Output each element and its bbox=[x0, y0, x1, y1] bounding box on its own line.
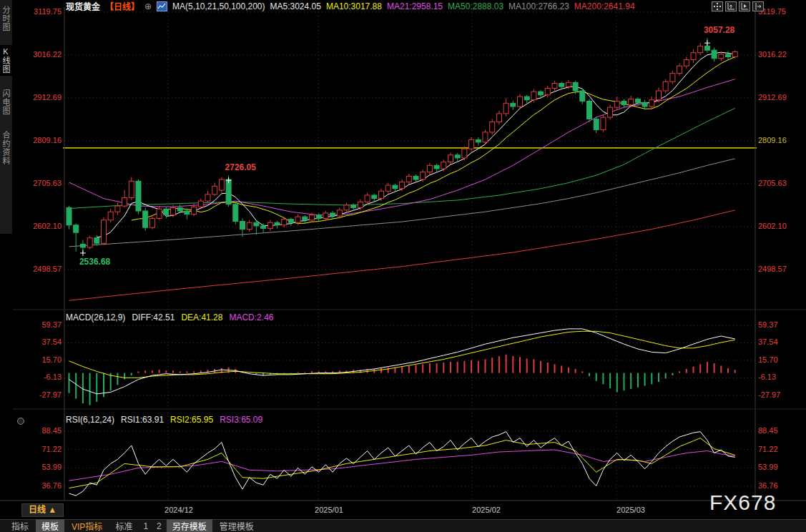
candle-body bbox=[635, 99, 640, 103]
candle-body bbox=[372, 195, 377, 199]
candle-body bbox=[421, 172, 426, 179]
candle-body bbox=[358, 202, 363, 207]
sidebar-item-flash-chart[interactable]: 闪电图 bbox=[0, 87, 12, 117]
candle-body bbox=[67, 207, 72, 225]
candle-body bbox=[198, 201, 203, 207]
sidebar-item-time-chart[interactable]: 分时图 bbox=[0, 4, 12, 34]
candle-body bbox=[177, 207, 182, 211]
compare-icon[interactable]: ⊕ bbox=[144, 1, 152, 11]
candle-body bbox=[254, 222, 259, 226]
candle-body bbox=[441, 162, 446, 169]
macd-panel-header: MACD(26,12,9) DIFF:42.51 DEA:41.28 MACD:… bbox=[66, 312, 273, 322]
macd-diff-label: DIFF:42.51 bbox=[132, 312, 175, 322]
candle-body bbox=[344, 205, 349, 210]
candle-body bbox=[365, 195, 370, 202]
symbol-title: 现货黄金 bbox=[66, 0, 100, 12]
candle-body bbox=[448, 155, 453, 162]
ma5-value-label: MA5:3024.05 bbox=[270, 1, 321, 11]
tab-standard[interactable]: 标准 bbox=[109, 519, 138, 532]
series-line bbox=[69, 108, 735, 208]
chart-canvas[interactable] bbox=[0, 0, 806, 532]
candle-body bbox=[94, 238, 99, 244]
candle-body bbox=[393, 185, 398, 189]
chart-toolbar bbox=[712, 1, 764, 11]
candle-body bbox=[691, 53, 696, 60]
candle-body bbox=[330, 213, 335, 216]
candle-body bbox=[171, 207, 176, 215]
scale-axis-icon[interactable] bbox=[725, 1, 737, 11]
rsi2-label: RSI2:65.95 bbox=[170, 415, 213, 425]
candle-body bbox=[427, 165, 432, 172]
sidebar-item-kline-chart[interactable]: K线图 bbox=[0, 45, 12, 76]
candle-body bbox=[205, 194, 210, 201]
tab-vip-indicators[interactable]: VIP指标 bbox=[66, 519, 108, 532]
trading-app-window: 3119.753119.753016.223016.222912.692912.… bbox=[0, 0, 806, 532]
candle-body bbox=[323, 213, 328, 219]
candle-body bbox=[102, 220, 107, 243]
candle-body bbox=[282, 220, 287, 225]
tab-save-template[interactable]: 另存模板 bbox=[167, 519, 212, 532]
candle-body bbox=[455, 155, 460, 158]
candle-body bbox=[74, 225, 79, 232]
sidebar: 分时图 K线图 闪电图 合约资料 bbox=[0, 0, 12, 234]
candle-body bbox=[108, 212, 113, 220]
candle-body bbox=[406, 176, 411, 182]
candle-body bbox=[219, 179, 224, 190]
rsi-settings-icon[interactable] bbox=[17, 418, 24, 425]
candle-body bbox=[594, 119, 599, 129]
jump-latest-icon[interactable] bbox=[752, 1, 764, 11]
candle-body bbox=[531, 92, 536, 100]
candle-body bbox=[657, 91, 662, 100]
candle-body bbox=[129, 181, 134, 197]
candle-body bbox=[552, 84, 557, 89]
rsi-title: RSI(6,12,24) bbox=[66, 415, 114, 425]
series-line bbox=[69, 450, 735, 481]
candle-body bbox=[704, 46, 709, 50]
layout-grid-icon[interactable] bbox=[712, 1, 723, 11]
candle-body bbox=[469, 139, 474, 149]
candle-body bbox=[503, 103, 508, 113]
candle-body bbox=[136, 181, 141, 211]
tab-templates[interactable]: 模板 bbox=[36, 519, 64, 532]
candle-body bbox=[185, 211, 190, 215]
candle-body bbox=[143, 211, 148, 227]
tab-slot-2[interactable]: 2 bbox=[153, 521, 165, 532]
series-line bbox=[69, 210, 735, 300]
candle-body bbox=[524, 97, 529, 100]
candle-body bbox=[712, 50, 717, 59]
candle-body bbox=[240, 222, 245, 230]
candle-body bbox=[663, 82, 668, 91]
fx678-watermark: FX678 bbox=[709, 491, 776, 515]
candle-body bbox=[559, 84, 564, 87]
tab-indicators[interactable]: 指标 bbox=[6, 519, 34, 532]
ma50-value-label: MA50:2888.03 bbox=[448, 1, 503, 11]
candle-body bbox=[226, 179, 231, 205]
rsi3-label: RSI3:65.09 bbox=[220, 415, 262, 425]
candle-body bbox=[351, 205, 356, 207]
tab-manage-templates[interactable]: 管理模板 bbox=[214, 519, 260, 532]
candle-body bbox=[545, 88, 550, 94]
candle-body bbox=[149, 218, 154, 227]
candle-body bbox=[164, 209, 169, 215]
candle-body bbox=[677, 66, 682, 73]
candle-body bbox=[649, 100, 654, 107]
candle-body bbox=[337, 210, 342, 216]
tab-slot-1[interactable]: 1 bbox=[139, 521, 152, 532]
play-forward-icon[interactable] bbox=[739, 1, 750, 11]
ma200-value-label: MA200:2641.94 bbox=[574, 1, 635, 11]
candle-body bbox=[670, 74, 675, 82]
x-axis-label-dec: 2024/12 bbox=[164, 506, 193, 514]
ma-indicator-icon[interactable] bbox=[157, 1, 167, 11]
ma-group-label: MA(5,10,21,50,100,200) bbox=[172, 1, 265, 11]
candle-body bbox=[80, 244, 85, 247]
period-selector-label: 日线 bbox=[29, 505, 46, 515]
x-axis-label-feb: 2025/02 bbox=[472, 506, 501, 514]
candle-body bbox=[462, 149, 467, 158]
period-selector[interactable]: 日线 ▲ bbox=[21, 503, 64, 517]
candle-body bbox=[614, 101, 619, 107]
candle-body bbox=[719, 54, 724, 59]
sidebar-item-contract-info[interactable]: 合约资料 bbox=[0, 129, 12, 167]
candle-body bbox=[601, 117, 606, 129]
candle-body bbox=[732, 51, 737, 56]
candle-body bbox=[295, 217, 300, 222]
